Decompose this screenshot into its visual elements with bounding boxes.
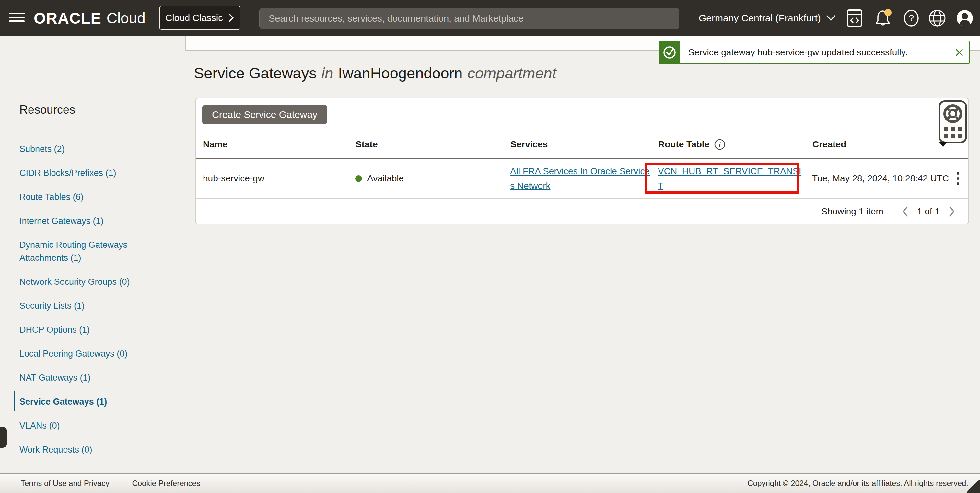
table-pagination: Showing 1 item 1 of 1 xyxy=(196,199,968,224)
sidebar-nav: Subnets (2) CIDR Blocks/Prefixes (1) Rou… xyxy=(19,143,175,467)
column-header-state: State xyxy=(348,131,503,158)
sidebar-item-service-gateways[interactable]: Service Gateways (1) xyxy=(19,395,175,408)
sidebar-item-drg-attachments[interactable]: Dynamic Routing Gateways Attachments (1) xyxy=(19,238,175,264)
route-table-link[interactable]: VCN_HUB_RT_SERVICE_TRANSI T xyxy=(658,164,801,193)
hamburger-menu-icon[interactable] xyxy=(9,13,25,24)
page-title-suffix: compartment xyxy=(467,64,556,82)
terms-link[interactable]: Terms of Use and Privacy xyxy=(21,479,109,488)
close-icon[interactable] xyxy=(950,48,969,57)
lifebuoy-help-widget-icon[interactable] xyxy=(943,104,963,124)
search-input[interactable] xyxy=(259,8,679,29)
toast-message: Service gateway hub-service-gw updated s… xyxy=(680,47,950,58)
svg-text:i: i xyxy=(719,141,721,149)
language-globe-icon[interactable] xyxy=(928,0,946,36)
notification-badge xyxy=(885,9,891,16)
sidebar-item-work-requests[interactable]: Work Requests (0) xyxy=(19,443,175,456)
sidebar-item-cidr-blocks[interactable]: CIDR Blocks/Prefixes (1) xyxy=(19,166,175,179)
footer-links: Terms of Use and Privacy Cookie Preferen… xyxy=(21,479,200,488)
copyright-text: Copyright © 2024, Oracle and/or its affi… xyxy=(747,479,968,488)
sidebar-item-subnets[interactable]: Subnets (2) xyxy=(19,143,175,155)
sidebar-item-network-security-groups[interactable]: Network Security Groups (0) xyxy=(19,275,175,288)
success-check-icon xyxy=(659,41,680,63)
code-editor-icon[interactable] xyxy=(846,0,863,36)
table-header-row: Name State Services Route Table i Create… xyxy=(196,130,968,159)
help-icon[interactable]: ? xyxy=(903,0,920,36)
services-link[interactable]: All FRA Services In Oracle Service s Net… xyxy=(510,164,650,193)
chevron-left-icon[interactable] xyxy=(902,206,909,217)
offscreen-widget-left xyxy=(0,427,7,448)
sidebar-item-local-peering-gateways[interactable]: Local Peering Gateways (0) xyxy=(19,347,175,360)
cell-state: Available xyxy=(348,159,503,198)
state-label: Available xyxy=(367,173,404,184)
chevron-down-icon xyxy=(826,15,836,21)
service-gateways-panel: Create Service Gateway Name State Servic… xyxy=(195,98,969,225)
chevron-right-icon[interactable] xyxy=(948,206,955,217)
page-title-in: in xyxy=(321,64,334,82)
cell-services: All FRA Services In Oracle Service s Net… xyxy=(503,159,651,198)
notifications-bell-icon[interactable] xyxy=(874,0,892,36)
divider xyxy=(14,130,179,130)
active-indicator-bar xyxy=(14,391,15,411)
logo-cloud-text: Cloud xyxy=(107,10,145,27)
sidebar-item-dhcp-options[interactable]: DHCP Options (1) xyxy=(19,323,175,336)
sidebar-item-internet-gateways[interactable]: Internet Gateways (1) xyxy=(19,214,175,227)
table-row: hub-service-gw Available All FRA Service… xyxy=(196,159,968,198)
create-service-gateway-button[interactable]: Create Service Gateway xyxy=(202,105,327,124)
page-title-compartment-name: IwanHoogendoorn xyxy=(338,64,463,82)
footer-bar: Terms of Use and Privacy Cookie Preferen… xyxy=(0,473,980,493)
column-header-name: Name xyxy=(196,131,348,158)
floating-help-widget xyxy=(939,100,967,143)
resources-heading: Resources xyxy=(19,103,75,117)
cloud-classic-label: Cloud Classic xyxy=(165,13,223,23)
resources-sidebar: Resources Subnets (2) CIDR Blocks/Prefix… xyxy=(0,36,185,493)
top-header-bar: ORACLE Cloud Cloud Classic Germany Centr… xyxy=(0,0,980,36)
global-search-bar xyxy=(259,8,679,29)
showing-count: Showing 1 item xyxy=(821,206,883,217)
chevron-right-icon xyxy=(228,13,235,23)
sidebar-item-route-tables[interactable]: Route Tables (6) xyxy=(19,190,175,203)
sidebar-item-security-lists[interactable]: Security Lists (1) xyxy=(19,299,175,312)
user-avatar-icon[interactable] xyxy=(956,0,974,36)
column-header-route-table: Route Table i xyxy=(651,131,805,158)
cell-created: Tue, May 28, 2024, 10:28:42 UTC xyxy=(805,159,968,198)
sidebar-item-vlans[interactable]: VLANs (0) xyxy=(19,419,175,432)
oracle-cloud-console: ORACLE Cloud Cloud Classic Germany Centr… xyxy=(0,0,980,493)
page-indicator: 1 of 1 xyxy=(917,206,940,217)
sidebar-item-nat-gateways[interactable]: NAT Gateways (1) xyxy=(19,371,175,384)
apps-grid-icon[interactable] xyxy=(944,127,962,138)
info-icon[interactable]: i xyxy=(714,139,725,150)
success-toast: Service gateway hub-service-gw updated s… xyxy=(659,41,970,64)
logo-oracle-text: ORACLE xyxy=(34,10,102,27)
cell-route-table: VCN_HUB_RT_SERVICE_TRANSI T xyxy=(651,159,805,198)
cookie-preferences-link[interactable]: Cookie Preferences xyxy=(132,479,200,488)
page-title: Service Gateways in IwanHoogendoorn comp… xyxy=(194,64,557,85)
created-timestamp: Tue, May 28, 2024, 10:28:42 UTC xyxy=(812,173,949,184)
widget-pointer xyxy=(939,141,947,147)
region-label: Germany Central (Frankfurt) xyxy=(699,13,821,24)
status-dot-icon xyxy=(355,175,362,182)
cell-name: hub-service-gw xyxy=(196,159,348,198)
kebab-menu-icon[interactable] xyxy=(956,171,960,186)
oracle-cloud-logo[interactable]: ORACLE Cloud xyxy=(34,0,145,36)
region-selector[interactable]: Germany Central (Frankfurt) xyxy=(699,0,836,36)
svg-text:?: ? xyxy=(909,13,914,23)
page-title-main: Service Gateways xyxy=(194,64,317,82)
column-header-services: Services xyxy=(503,131,651,158)
cloud-classic-button[interactable]: Cloud Classic xyxy=(159,6,240,30)
